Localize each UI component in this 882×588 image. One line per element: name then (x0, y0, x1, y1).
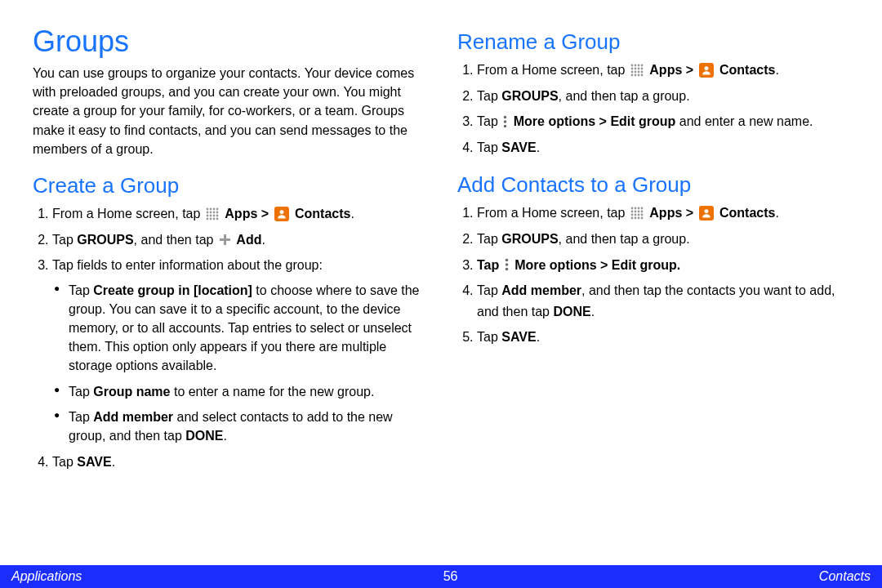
contacts-icon (699, 63, 714, 78)
add-label: Add (236, 233, 261, 247)
svg-point-52 (634, 217, 636, 220)
svg-point-12 (206, 217, 208, 220)
svg-point-28 (634, 70, 636, 73)
contacts-label: Contacts (295, 207, 350, 220)
footer-left: Applications (11, 569, 82, 584)
more-options-icon (503, 115, 507, 128)
svg-point-26 (640, 67, 643, 69)
apps-icon (630, 64, 644, 77)
rename-group-steps: From a Home screen, tap Apps > Contacts.… (457, 60, 849, 158)
footer-page-number: 56 (443, 569, 458, 584)
svg-point-45 (637, 211, 639, 213)
svg-point-27 (630, 70, 633, 73)
svg-point-7 (216, 211, 218, 213)
svg-point-50 (640, 214, 643, 216)
svg-point-19 (630, 64, 633, 66)
create-bullet-2: Tap Group name to enter a name for the n… (69, 382, 425, 401)
svg-point-47 (630, 214, 633, 216)
svg-point-55 (704, 209, 708, 213)
add-step-3: Tap More options > Edit group. (477, 255, 849, 276)
svg-point-54 (640, 217, 643, 220)
create-step-3-bullets: Tap Create group in [location] to choose… (52, 281, 425, 446)
add-step-4: Tap Add member, and then tap the contact… (477, 280, 849, 322)
groups-heading: Groups (33, 24, 425, 59)
svg-point-43 (630, 211, 633, 213)
svg-point-15 (216, 217, 218, 220)
apps-icon (630, 207, 644, 220)
svg-point-44 (634, 211, 636, 213)
svg-point-11 (216, 214, 218, 216)
apps-label: Apps > (225, 207, 272, 220)
groups-intro: You can use groups to organize your cont… (33, 64, 425, 158)
svg-point-14 (212, 217, 215, 220)
svg-point-37 (504, 120, 507, 123)
svg-point-38 (504, 125, 507, 128)
svg-point-9 (209, 214, 212, 216)
svg-point-51 (630, 217, 633, 220)
svg-point-23 (630, 67, 633, 69)
svg-point-41 (637, 207, 639, 210)
svg-point-46 (640, 211, 643, 213)
svg-point-4 (206, 211, 208, 213)
create-bullet-1: Tap Create group in [location] to choose… (69, 281, 425, 376)
svg-point-13 (209, 217, 212, 220)
svg-point-5 (209, 211, 212, 213)
svg-point-2 (212, 207, 215, 210)
contacts-icon (274, 207, 289, 221)
svg-point-36 (504, 116, 507, 119)
create-group-heading: Create a Group (33, 173, 425, 198)
add-step-2: Tap GROUPS, and then tap a group. (477, 229, 849, 250)
svg-point-35 (704, 66, 708, 70)
svg-point-40 (634, 207, 636, 210)
create-bullet-3: Tap Add member and select contacts to ad… (69, 408, 425, 445)
rename-step-4: Tap SAVE. (477, 137, 849, 158)
footer-right: Contacts (819, 569, 871, 584)
add-contacts-steps: From a Home screen, tap Apps > Contacts.… (457, 203, 849, 348)
rename-group-heading: Rename a Group (457, 29, 849, 55)
apps-icon (206, 207, 219, 220)
right-column: Rename a Group From a Home screen, tap A… (457, 24, 849, 565)
svg-point-22 (640, 64, 643, 66)
add-step-5: Tap SAVE. (477, 327, 849, 348)
svg-point-48 (634, 214, 636, 216)
add-contacts-heading: Add Contacts to a Group (457, 172, 849, 198)
svg-point-8 (206, 214, 208, 216)
svg-point-53 (637, 217, 639, 220)
svg-point-6 (212, 211, 215, 213)
svg-point-21 (637, 64, 639, 66)
svg-point-16 (279, 210, 283, 214)
svg-point-3 (216, 207, 218, 210)
svg-point-0 (206, 207, 208, 210)
create-step-2: Tap GROUPS, and then tap Add. (52, 229, 425, 251)
svg-point-42 (640, 207, 643, 210)
add-step-1: From a Home screen, tap Apps > Contacts. (477, 203, 849, 224)
svg-point-34 (640, 74, 643, 76)
svg-point-58 (505, 268, 508, 271)
create-step-4: Tap SAVE. (52, 452, 425, 473)
svg-point-31 (630, 74, 633, 76)
svg-point-32 (634, 74, 636, 76)
svg-point-56 (505, 259, 508, 262)
more-options-icon (505, 258, 509, 271)
rename-step-1: From a Home screen, tap Apps > Contacts. (477, 60, 849, 81)
create-group-steps: From a Home screen, tap Apps > Contacts.… (33, 203, 425, 473)
svg-point-30 (640, 70, 643, 73)
svg-point-33 (637, 74, 639, 76)
svg-point-24 (634, 67, 636, 69)
svg-point-57 (505, 264, 508, 267)
svg-point-20 (634, 64, 636, 66)
plus-icon (219, 234, 231, 246)
svg-point-1 (209, 207, 212, 210)
contacts-icon (699, 206, 714, 220)
create-step-1: From a Home screen, tap Apps > Contacts. (52, 203, 425, 225)
create-step-3: Tap fields to enter information about th… (52, 255, 425, 445)
svg-point-29 (637, 70, 639, 73)
svg-point-39 (630, 207, 633, 210)
svg-point-25 (637, 67, 639, 69)
svg-point-49 (637, 214, 639, 216)
rename-step-2: Tap GROUPS, and then tap a group. (477, 86, 849, 107)
svg-rect-18 (220, 238, 230, 241)
left-column: Groups You can use groups to organize yo… (33, 24, 425, 565)
page-footer: Applications 56 Contacts (0, 565, 882, 588)
svg-point-10 (212, 214, 215, 216)
